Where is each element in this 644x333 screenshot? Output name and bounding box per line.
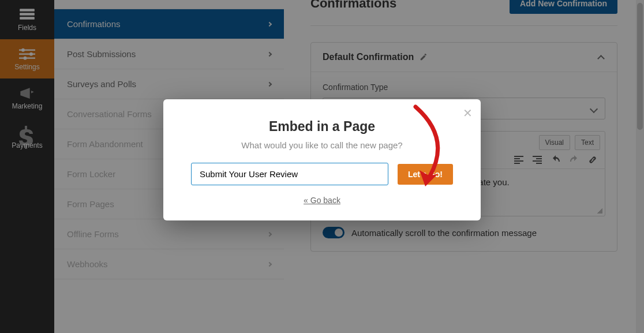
page-name-input[interactable] <box>191 163 388 185</box>
modal-subtitle: What would you like to call the new page… <box>191 140 453 150</box>
close-icon[interactable]: ✕ <box>463 106 473 120</box>
go-back-link[interactable]: « Go back <box>304 196 340 205</box>
modal-overlay: ✕ Embed in a Page What would you like to… <box>0 0 644 333</box>
embed-modal: ✕ Embed in a Page What would you like to… <box>163 99 481 220</box>
modal-title: Embed in a Page <box>191 119 453 134</box>
lets-go-button[interactable]: Let's Go! <box>398 164 453 185</box>
